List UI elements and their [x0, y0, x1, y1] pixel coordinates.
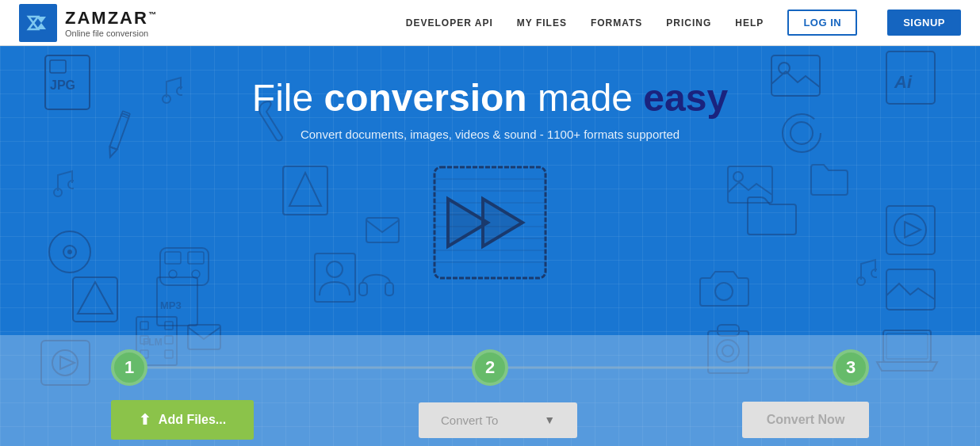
add-files-button[interactable]: ⬆ Add Files...: [111, 400, 254, 440]
convert-to-label: Convert To: [441, 414, 498, 427]
photo-icon: [699, 268, 750, 307]
step-1-dot: 1: [111, 349, 147, 386]
step-3-dot: 3: [833, 349, 869, 386]
nav-formats[interactable]: FORMATS: [591, 17, 642, 29]
svg-point-35: [169, 270, 177, 278]
convert-now-button[interactable]: Convert Now: [742, 402, 869, 438]
svg-marker-1: [36, 17, 46, 29]
hero-section: JPG: [0, 46, 980, 446]
hero-title-bold: conversion: [324, 77, 527, 119]
svg-point-10: [67, 250, 72, 254]
svg-rect-2: [45, 55, 90, 109]
cd-icon: [46, 228, 94, 276]
main-nav: DEVELOPER API MY FILES FORMATS PRICING H…: [406, 10, 961, 36]
svg-rect-32: [160, 248, 209, 285]
folder-icon-2: [810, 161, 849, 196]
svg-rect-26: [886, 269, 935, 310]
mp3-icon: MP3: [155, 276, 199, 327]
svg-rect-63: [728, 166, 772, 203]
add-files-label: Add Files...: [159, 413, 226, 427]
nav-pricing[interactable]: PRICING: [666, 17, 711, 29]
svg-point-36: [192, 270, 200, 278]
nav-my-files[interactable]: MY FILES: [517, 17, 567, 29]
logo-sub: Online file conversion: [65, 29, 158, 38]
svg-text:JPG: JPG: [50, 78, 75, 92]
login-button[interactable]: LOG IN: [787, 10, 857, 36]
id-icon: [313, 252, 357, 303]
svg-rect-57: [359, 283, 367, 295]
music-icon: [159, 74, 182, 105]
svg-marker-62: [289, 173, 321, 206]
svg-point-22: [791, 122, 813, 144]
step-2-dot: 2: [472, 349, 508, 386]
logo-name-text: ZAMZAR: [65, 8, 148, 28]
svg-rect-23: [886, 206, 935, 254]
photo-icon-2: [726, 165, 774, 204]
pencil-icon: [102, 109, 133, 162]
dropdown-arrow-icon: ▼: [544, 414, 555, 426]
svg-point-17: [779, 63, 790, 74]
steps-bar: 1 2 3 ⬆ Add Files... Convert To ▼ Conver…: [0, 335, 980, 446]
svg-rect-5: [109, 113, 129, 150]
svg-rect-16: [771, 55, 820, 96]
logo-trademark: ™: [148, 10, 158, 18]
headphone-icon: [358, 264, 394, 303]
svg-rect-34: [188, 252, 204, 264]
chart-icon: [778, 109, 825, 157]
svg-point-8: [49, 231, 90, 273]
ai-icon: Ai: [885, 50, 936, 105]
svg-rect-37: [157, 277, 197, 326]
svg-point-29: [857, 277, 865, 285]
svg-rect-7: [121, 111, 130, 118]
hero-title-accent: easy: [643, 77, 728, 119]
convert-to-dropdown[interactable]: Convert To ▼: [419, 402, 577, 438]
logo-text: ZAMZAR™ Online file conversion: [65, 8, 158, 38]
email-icon: [365, 216, 400, 244]
triangle-icon: [71, 276, 119, 323]
svg-marker-25: [905, 222, 921, 238]
arrow-icon: [281, 165, 329, 216]
svg-marker-77: [483, 199, 523, 246]
logo-area: ZAMZAR™ Online file conversion: [19, 4, 158, 42]
svg-marker-6: [106, 147, 117, 158]
steps-track: 1 2 3 ⬆ Add Files... Convert To ▼ Conver…: [0, 349, 980, 440]
nav-help[interactable]: HELP: [735, 17, 764, 29]
logo-name: ZAMZAR™: [65, 8, 158, 29]
svg-rect-11: [73, 277, 117, 322]
play-circle-icon: [885, 204, 936, 256]
svg-point-24: [894, 214, 926, 246]
nav-developer-api[interactable]: DEVELOPER API: [406, 17, 493, 29]
svg-rect-41: [140, 322, 148, 330]
upload-icon: ⬆: [139, 411, 151, 429]
svg-point-64: [733, 172, 743, 181]
svg-rect-48: [315, 253, 355, 302]
image-icon-right: [770, 54, 821, 97]
signup-button[interactable]: SIGNUP: [887, 10, 961, 36]
folder-icon: [746, 193, 798, 236]
svg-marker-0: [29, 17, 38, 29]
jpg-icon: JPG: [44, 54, 95, 113]
hero-title-normal2: made: [527, 77, 644, 119]
hero-title-normal: File: [252, 77, 324, 119]
svg-point-9: [63, 246, 76, 258]
svg-marker-12: [78, 282, 113, 314]
svg-rect-33: [165, 252, 181, 264]
image-bottom-right: [885, 268, 936, 311]
svg-point-60: [68, 181, 74, 189]
svg-point-20: [783, 114, 821, 152]
svg-rect-61: [283, 166, 327, 215]
svg-point-28: [177, 87, 182, 95]
steps-dots-row: 1 2 3: [111, 349, 869, 386]
music-icon-2: [52, 169, 74, 199]
hero-text-block: File conversion made easy Convert docume…: [252, 78, 728, 141]
music-icon-right: [853, 256, 877, 288]
zamzar-logo-icon: [19, 4, 57, 42]
header: ZAMZAR™ Online file conversion DEVELOPER…: [0, 0, 980, 46]
steps-actions-row: ⬆ Add Files... Convert To ▼ Convert Now: [111, 400, 869, 440]
center-logo: [423, 155, 557, 290]
svg-rect-42: [165, 322, 173, 330]
svg-point-49: [327, 261, 343, 277]
svg-point-59: [54, 189, 62, 196]
svg-point-39: [715, 283, 733, 300]
svg-rect-58: [385, 283, 393, 295]
